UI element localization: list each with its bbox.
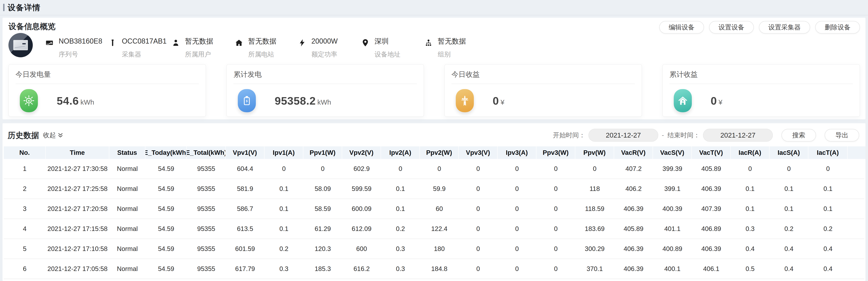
- set-device-button[interactable]: 设置设备: [709, 21, 754, 34]
- table-cell: 604.4: [226, 159, 265, 179]
- table-cell: Normal: [109, 219, 145, 239]
- table-cell: 406.39: [614, 199, 653, 219]
- divider: [16, 84, 199, 84]
- battery-icon: [238, 89, 256, 112]
- table-cell: 406.1: [692, 259, 731, 279]
- stat-card-total-energy: 累计发电 95358.2 kWh: [226, 64, 424, 117]
- table-cell: 0: [498, 159, 536, 179]
- table-cell: 60: [420, 199, 459, 219]
- divider: [452, 84, 635, 84]
- collapse-label: 收起: [43, 131, 56, 140]
- stat-value: 0: [711, 94, 717, 107]
- table-cell: 0.1: [265, 219, 303, 239]
- table-cell: 58.09: [303, 179, 342, 198]
- table-cell: 0.3: [731, 219, 770, 239]
- table-header-cell: Ipv2(A): [381, 146, 420, 159]
- table-cell: 0: [265, 159, 303, 179]
- start-date-input[interactable]: 2021-12-27: [588, 129, 658, 142]
- table-cell: 0.1: [381, 199, 420, 219]
- start-time-label: 开始时间：: [553, 131, 585, 140]
- table-cell: 0: [770, 159, 808, 179]
- table-header-cell: Status: [109, 146, 145, 159]
- table-cell: 118: [575, 179, 614, 198]
- table-cell: 0: [459, 259, 498, 279]
- table-cell: 0.1: [731, 179, 770, 198]
- sun-energy-icon: [20, 89, 38, 112]
- edit-device-button[interactable]: 编辑设备: [659, 21, 704, 34]
- table-cell: 600.09: [342, 199, 381, 219]
- table-cell: Normal: [109, 159, 145, 179]
- collapse-toggle[interactable]: 收起: [43, 131, 64, 140]
- table-cell: 0: [575, 159, 614, 179]
- info-item-collector: OCC0817AB1 采集器: [108, 33, 171, 58]
- table-cell: 0.4: [808, 239, 847, 259]
- table-header-cell: VacT(V): [692, 146, 731, 159]
- station-value: 暂无数据: [248, 38, 276, 45]
- table-cell: 406.89: [692, 219, 731, 239]
- table-cell: 95355: [187, 159, 226, 179]
- stat-value: 0: [493, 94, 499, 107]
- table-header-row: No.TimeStatusE_Today(kWh)E_Total(kWh)Vpv…: [4, 146, 864, 159]
- table-cell: 0: [303, 159, 342, 179]
- table-header-cell: IacR(A): [731, 146, 770, 159]
- table-cell: 0.1: [808, 179, 847, 198]
- table-cell: 2021-12-27 17:25:58: [46, 179, 109, 198]
- table-cell: [847, 159, 865, 179]
- table-cell: 0: [498, 219, 536, 239]
- info-item-address: 深圳 设备地址: [361, 33, 424, 58]
- table-cell: 599.59: [342, 179, 381, 198]
- table-cell: 4: [4, 219, 46, 239]
- table-header-cell: Ppv2(W): [420, 146, 459, 159]
- table-cell: 3: [4, 199, 46, 219]
- table-cell: [847, 239, 865, 259]
- table-cell: 406.2: [614, 179, 653, 198]
- table-cell: 122.4: [420, 219, 459, 239]
- table-cell: 180: [420, 239, 459, 259]
- table-cell: 0.5: [731, 259, 770, 279]
- table-cell: [847, 179, 865, 198]
- table-cell: 0.4: [731, 239, 770, 259]
- serial-value: NOB38160E8: [59, 38, 102, 45]
- table-body: 12021-12-27 17:30:58Normal54.5995355604.…: [4, 159, 864, 279]
- export-button[interactable]: 导出: [825, 129, 859, 142]
- end-time-label: 结束时间：: [668, 131, 700, 140]
- eco-house-icon: [674, 89, 692, 112]
- collector-value: OCC0817AB1: [122, 38, 166, 45]
- history-filters: 开始时间： 2021-12-27 - 结束时间： 2021-12-27 搜索 导…: [553, 129, 859, 142]
- table-cell: 0: [459, 199, 498, 219]
- table-cell: 406.39: [614, 239, 653, 259]
- table-cell: 0: [536, 179, 575, 198]
- device-overview-panel: 设备信息概览 编辑设备 设置设备 设置采集器 删除设备 NOB38160E8 序…: [3, 18, 865, 119]
- table-cell: 0: [536, 259, 575, 279]
- table-cell: 0: [459, 219, 498, 239]
- set-collector-button[interactable]: 设置采集器: [759, 21, 810, 34]
- table-cell: 2021-12-27 17:05:58: [46, 259, 109, 279]
- group-label: 组别: [438, 51, 466, 58]
- info-item-group: 暂无数据 组别: [424, 33, 487, 58]
- table-cell: 370.1: [575, 259, 614, 279]
- table-cell: 601.59: [226, 239, 265, 259]
- user-icon: [171, 38, 180, 48]
- table-cell: 54.59: [145, 159, 187, 179]
- table-cell: 0: [498, 179, 536, 198]
- history-section-title: 历史数据: [8, 131, 39, 139]
- table-cell: 61.29: [303, 219, 342, 239]
- end-date-input[interactable]: 2021-12-27: [703, 129, 773, 142]
- divider: [670, 84, 853, 84]
- table-cell: 400.89: [653, 239, 692, 259]
- table-cell: Normal: [109, 199, 145, 219]
- table-header-cell: Ppv3(W): [536, 146, 575, 159]
- table-cell: 95355: [187, 259, 226, 279]
- top-bar: 设备详情: [0, 0, 868, 15]
- table-cell: 2021-12-27 17:15:58: [46, 219, 109, 239]
- table-cell: 0.3: [381, 239, 420, 259]
- table-cell: 54.59: [145, 239, 187, 259]
- table-cell: 0: [459, 159, 498, 179]
- search-button[interactable]: 搜索: [781, 129, 816, 142]
- history-table[interactable]: No.TimeStatusE_Today(kWh)E_Total(kWh)Vpv…: [3, 146, 865, 279]
- address-value: 深圳: [375, 38, 400, 45]
- delete-device-button[interactable]: 删除设备: [815, 21, 860, 34]
- table-cell: 0.2: [770, 219, 808, 239]
- page-title: 设备详情: [8, 2, 41, 13]
- address-label: 设备地址: [375, 51, 400, 58]
